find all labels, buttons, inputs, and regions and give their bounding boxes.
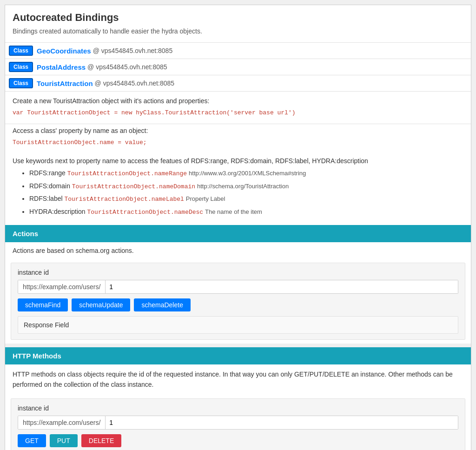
actions-instance-label: instance id xyxy=(18,269,458,276)
keywords-text: Use keywords next to property name to ac… xyxy=(13,157,463,165)
actions-description: Actions are based on schema.org actions. xyxy=(5,242,471,259)
kw-url-range: http://www.w3.org/2001/XMLSchema#string xyxy=(189,170,306,177)
access-text: Access a class' property by name as an o… xyxy=(13,127,463,134)
access-code: TouristAttractionObject.name = value; xyxy=(13,137,463,148)
keyword-item-domain: RDFS:domain TouristAttractionObject.name… xyxy=(29,181,463,192)
http-instance-panel: instance id https://example.com/users/ G… xyxy=(11,398,465,450)
class-badge-touristattraction: Class xyxy=(9,78,33,88)
actions-input-prefix: https://example.com/users/ xyxy=(18,280,106,293)
kw-url-label: Property Label xyxy=(186,195,225,202)
keywords-list: RDFS:range TouristAttractionObject.nameR… xyxy=(13,168,463,217)
keywords-section: Use keywords next to property name to ac… xyxy=(5,153,471,225)
class-server-touristattraction: @ vps454845.ovh.net:8085 xyxy=(95,79,174,87)
actions-response-field: Response Field xyxy=(18,316,458,334)
class-row-touristattraction[interactable]: Class TouristAttraction @ vps454845.ovh.… xyxy=(5,75,471,91)
http-description: HTTP methods on class objects require th… xyxy=(5,364,471,395)
kw-code-desc: TouristAttractionObject.nameDesc xyxy=(87,209,204,216)
schema-delete-button[interactable]: schemaDelete xyxy=(134,298,191,311)
main-container: Autocreated Bindings Bindings created au… xyxy=(5,5,471,450)
http-instance-label: instance id xyxy=(18,404,458,412)
actions-input-row: https://example.com/users/ xyxy=(18,280,458,294)
actions-instance-panel: instance id https://example.com/users/ s… xyxy=(11,263,465,340)
class-row-geocoordinates[interactable]: Class GeoCoordinates @ vps454845.ovh.net… xyxy=(5,42,471,59)
create-code: var TouristAttractionObject = new hyClas… xyxy=(13,107,463,118)
access-section: Access a class' property by name as an o… xyxy=(5,124,471,153)
create-text: Create a new TouristAttraction object wi… xyxy=(13,97,463,105)
class-server-postaladdress: @ vps454845.ovh.net:8085 xyxy=(87,63,167,71)
class-badge-postaladdress: Class xyxy=(9,62,33,72)
actions-header: Actions xyxy=(5,225,471,242)
schema-update-button[interactable]: schemaUpdate xyxy=(72,298,130,311)
http-input-row: https://example.com/users/ xyxy=(18,416,458,430)
kw-label-range: RDFS:range xyxy=(29,169,67,177)
class-badge-geocoordinates: Class xyxy=(9,46,33,56)
http-input-prefix: https://example.com/users/ xyxy=(18,416,106,429)
kw-label-label: RDFS:label xyxy=(29,195,64,202)
class-list: Class GeoCoordinates @ vps454845.ovh.net… xyxy=(5,42,471,91)
http-header: HTTP Methods xyxy=(5,347,471,364)
page-title: Autocreated Bindings xyxy=(13,12,463,24)
section-divider xyxy=(5,344,471,347)
kw-url-desc: The name of the item xyxy=(205,208,262,215)
class-server-geocoordinates: @ vps454845.ovh.net:8085 xyxy=(93,47,172,54)
get-button[interactable]: GET xyxy=(18,434,46,447)
kw-url-domain: http://schema.org/TouristAttraction xyxy=(197,183,289,190)
actions-btn-row: schemaFind schemaUpdate schemaDelete xyxy=(18,298,458,311)
kw-code-domain: TouristAttractionObject.nameDomain xyxy=(72,183,195,190)
class-name-postaladdress: PostalAddress xyxy=(37,63,86,71)
delete-button[interactable]: DELETE xyxy=(81,434,121,447)
keyword-item-range: RDFS:range TouristAttractionObject.nameR… xyxy=(29,168,463,179)
actions-instance-input[interactable] xyxy=(106,280,458,293)
put-button[interactable]: PUT xyxy=(50,434,78,447)
keyword-item-desc: HYDRA:description TouristAttractionObjec… xyxy=(29,207,463,217)
page-subtitle: Bindings created automatically to handle… xyxy=(13,27,463,35)
kw-label-domain: RDFS:domain xyxy=(29,182,72,190)
kw-code-range: TouristAttractionObject.nameRange xyxy=(67,170,187,177)
header-section: Autocreated Bindings Bindings created au… xyxy=(5,5,471,42)
kw-label-desc: HYDRA:description xyxy=(29,208,87,215)
class-name-geocoordinates: GeoCoordinates xyxy=(37,47,91,55)
schema-find-button[interactable]: schemaFind xyxy=(18,298,68,311)
class-name-touristattraction: TouristAttraction xyxy=(37,79,93,87)
keyword-item-label: RDFS:label TouristAttractionObject.nameL… xyxy=(29,194,463,204)
class-row-postaladdress[interactable]: Class PostalAddress @ vps454845.ovh.net:… xyxy=(5,59,471,75)
http-instance-input[interactable] xyxy=(106,416,458,429)
http-btn-row: GET PUT DELETE xyxy=(18,434,458,447)
kw-code-label: TouristAttractionObject.nameLabel xyxy=(64,196,184,203)
tourist-attraction-content: Create a new TouristAttraction object wi… xyxy=(5,91,471,124)
